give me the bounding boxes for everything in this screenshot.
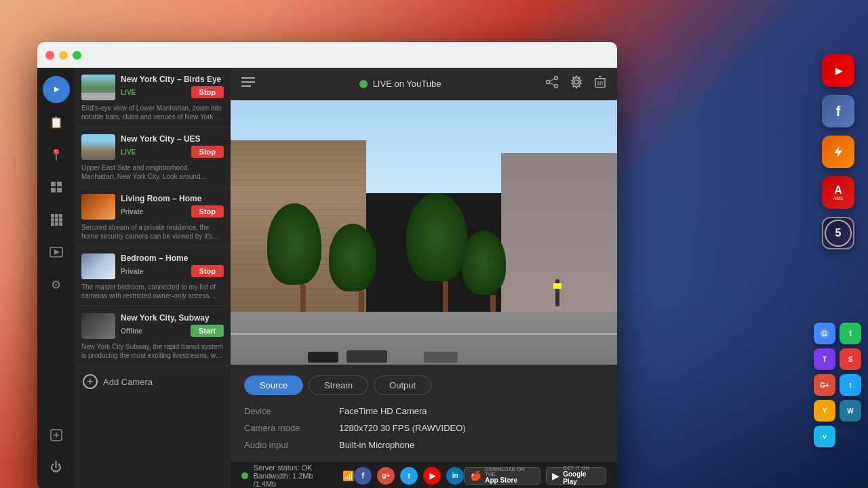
sidebar-item-grid2[interactable]	[43, 206, 70, 233]
camera-desc-ues: Upper East Side and neighborhood, Manhat…	[81, 163, 224, 181]
dock-small-tr[interactable]: T	[814, 348, 835, 370]
dock-thunder-icon[interactable]	[822, 136, 854, 168]
social-youtube-button[interactable]: ▶	[423, 467, 441, 485]
svg-line-29	[549, 79, 554, 81]
maximize-button[interactable]	[73, 51, 81, 60]
app-footer: Server status: OK Bandwidth: 1.2Mb /1.4M…	[231, 461, 617, 488]
main-content: LIVE on YouTube	[231, 68, 617, 488]
sidebar-item-home[interactable]	[43, 76, 70, 103]
svg-rect-14	[59, 218, 62, 222]
stop-button-birds-eye[interactable]: Stop	[191, 86, 224, 98]
server-status-dot	[241, 472, 248, 479]
svg-rect-8	[57, 188, 62, 192]
tab-stream[interactable]: Stream	[309, 375, 368, 395]
social-facebook-button[interactable]: f	[354, 467, 372, 485]
sidebar-item-grid[interactable]	[43, 174, 70, 201]
camera-name-birds-eye: New York City – Birds Eye	[121, 75, 224, 84]
stop-button-living-room[interactable]: Stop	[191, 205, 224, 218]
sidebar-item-settings[interactable]: ⚙	[43, 271, 70, 298]
footer-social: f g+ t ▶ in	[354, 467, 464, 485]
share-icon[interactable]	[545, 75, 559, 92]
stop-button-ues[interactable]: Stop	[191, 146, 224, 158]
camera-item-subway[interactable]: New York City, Subway Offline Start New …	[75, 306, 231, 366]
dock-s5-icon[interactable]: 5	[822, 217, 854, 249]
bottom-panel: Source Stream Output Device FaceTime HD …	[231, 365, 617, 461]
svg-marker-19	[54, 249, 60, 255]
close-button[interactable]	[45, 51, 54, 60]
google-play-icon: ▶	[552, 470, 559, 481]
dock-youtube-icon[interactable]: ▶	[822, 54, 854, 87]
svg-point-28	[555, 85, 558, 88]
dock-facebook-icon[interactable]: f	[822, 95, 854, 127]
dock-ams-icon[interactable]: A AMS	[822, 176, 854, 209]
bandwidth-text: Bandwidth: 1.2Mb /1.4Mb	[254, 472, 335, 488]
hamburger-icon[interactable]	[241, 77, 255, 91]
app-store-sub: Download on the	[485, 467, 534, 476]
camera-mode-row: Camera mode 868x488 30 FPS (RAWVIDEO)	[244, 423, 604, 433]
device-label: Device	[244, 406, 339, 416]
settings-icon[interactable]	[570, 75, 583, 92]
svg-rect-6	[57, 182, 62, 186]
bandwidth-icon: 📶	[342, 470, 354, 481]
camera-item-living-room[interactable]: Living Room – Home Private Stop Secured …	[75, 187, 231, 247]
live-indicator: LIVE on YouTube	[359, 79, 441, 89]
camera-item-nyc-ues[interactable]: New York City – UES LIVE Stop Upper East…	[75, 127, 231, 187]
dock-small-g[interactable]: G	[814, 323, 835, 344]
camera-name-living-room: Living Room – Home	[121, 194, 224, 203]
stop-button-bedroom[interactable]: Stop	[191, 265, 224, 277]
camera-thumb-subway	[81, 313, 115, 339]
sidebar-item-media[interactable]	[43, 239, 70, 266]
dock-small-v[interactable]: v	[814, 426, 835, 447]
tab-output[interactable]: Output	[374, 375, 431, 395]
status-badge-birds-eye: LIVE	[121, 88, 136, 97]
video-preview	[231, 100, 617, 365]
camera-mode-value: 868x488 30 FPS (RAWVIDEO)	[339, 423, 466, 433]
dock-small-t[interactable]: t	[840, 323, 861, 344]
camera-thumb-birds-eye	[81, 75, 115, 100]
app-store-badge[interactable]: 🍎 Download on the App Store	[464, 467, 540, 485]
title-bar	[37, 42, 617, 68]
camera-desc-subway: New York City Subway, the rapid transit …	[81, 342, 224, 360]
sidebar-item-location[interactable]: 📍	[43, 141, 70, 168]
live-dot	[359, 80, 368, 88]
camera-item-bedroom[interactable]: Bedroom – Home Private Stop The master b…	[75, 247, 231, 306]
source-info-grid: Device FaceTime HD Camera Camera mode 12…	[244, 406, 604, 450]
svg-rect-17	[59, 222, 62, 226]
status-badge-subway: Offline	[121, 327, 142, 336]
tab-source[interactable]: Source	[244, 375, 303, 395]
camera-desc-bedroom: The master bedroom, connected to my list…	[81, 283, 224, 300]
sidebar-item-library[interactable]: 📋	[43, 108, 70, 136]
minimize-button[interactable]	[59, 51, 68, 60]
google-play-label: Google Play	[563, 470, 600, 485]
camera-thumb-ues	[81, 134, 115, 160]
google-play-sub: GET IT ON	[563, 466, 600, 470]
camera-thumb-bedroom	[81, 253, 115, 279]
social-googleplus-button[interactable]: g+	[377, 467, 395, 485]
svg-point-26	[555, 77, 558, 80]
svg-rect-10	[55, 214, 58, 218]
svg-rect-13	[55, 218, 58, 222]
svg-line-30	[549, 83, 554, 85]
status-badge-living-room: Private	[121, 207, 143, 216]
add-camera-button[interactable]: + Add Camera	[75, 366, 231, 397]
social-linkedin-button[interactable]: in	[446, 467, 464, 485]
window-controls	[45, 51, 81, 60]
dock-small-yelp[interactable]: Y	[814, 400, 835, 422]
dock-small-s[interactable]: S	[840, 348, 861, 370]
dock-small-gplus[interactable]: G+	[814, 374, 835, 396]
audio-input-label: Audio input	[244, 440, 339, 450]
svg-marker-0	[834, 146, 842, 158]
start-button-subway[interactable]: Start	[191, 325, 224, 337]
sidebar-item-power[interactable]: ⏻	[43, 454, 70, 481]
trash-icon[interactable]	[594, 75, 606, 92]
social-twitter-button[interactable]: t	[400, 467, 418, 485]
sidebar-item-add[interactable]	[43, 422, 70, 449]
status-badge-bedroom: Private	[121, 267, 143, 276]
camera-item-nyc-birds-eye[interactable]: New York City – Birds Eye LIVE Stop Bird…	[75, 68, 231, 127]
camera-name-ues: New York City – UES	[121, 134, 224, 144]
google-play-badge[interactable]: ▶ GET IT ON Google Play	[546, 467, 606, 485]
dock-small-twitter[interactable]: t	[840, 374, 861, 396]
tabs-row: Source Stream Output	[244, 375, 604, 395]
svg-point-31	[574, 80, 578, 84]
dock-small-wp[interactable]: W	[840, 400, 861, 422]
